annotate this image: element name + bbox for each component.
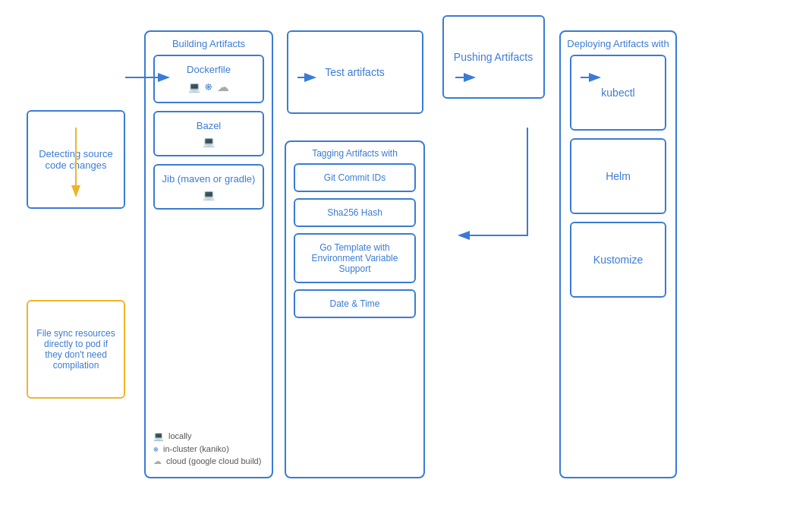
helm-label: Helm bbox=[606, 170, 631, 182]
dockerfile-icons: 💻 ⎈ ☁ bbox=[161, 80, 257, 94]
building-artifacts-container: Building Artifacts Dockerfile 💻 ⎈ ☁ Baze… bbox=[144, 30, 273, 478]
legend-helm-icon: ⎈ bbox=[153, 444, 159, 453]
cloud-icon: ☁ bbox=[217, 80, 229, 94]
detect-label: Detecting source code changes bbox=[36, 148, 116, 171]
legend: 💻 locally ⎈ in-cluster (kaniko) ☁ cloud … bbox=[153, 431, 264, 469]
go-template-box: Go Template with Environment Variable Su… bbox=[294, 233, 416, 283]
building-title: Building Artifacts bbox=[146, 38, 272, 49]
col1-source: Detecting source code changes File sync … bbox=[15, 110, 137, 399]
jib-box: Jib (maven or gradle) 💻 bbox=[153, 164, 264, 210]
legend-laptop-icon: 💻 bbox=[153, 431, 164, 441]
bazel-box: Bazel 💻 bbox=[153, 111, 264, 156]
legend-kaniko: ⎈ in-cluster (kaniko) bbox=[153, 444, 264, 453]
legend-cloud-icon: ☁ bbox=[153, 456, 162, 466]
bazel-icons: 💻 bbox=[161, 136, 257, 147]
sha256-box: Sha256 Hash bbox=[294, 198, 416, 227]
sha256-label: Sha256 Hash bbox=[327, 207, 382, 218]
legend-cloud-label: cloud (google cloud build) bbox=[166, 456, 261, 465]
test-artifacts-label: Test artifacts bbox=[325, 66, 385, 78]
detect-box: Detecting source code changes bbox=[27, 110, 125, 209]
bazel-label: Bazel bbox=[161, 120, 257, 131]
jib-icons: 💻 bbox=[161, 189, 257, 200]
deploying-container: Deploying Artifacts with kubectl Helm Ku… bbox=[559, 30, 677, 478]
kustomize-box: Kustomize bbox=[570, 222, 666, 298]
filesync-label: File sync resources directly to pod if t… bbox=[34, 328, 118, 371]
pushing-artifacts-label: Pushing Artifacts bbox=[454, 51, 533, 63]
dockerfile-box: Dockerfile 💻 ⎈ ☁ bbox=[153, 55, 264, 103]
deploying-title: Deploying Artifacts with bbox=[561, 38, 675, 49]
legend-kaniko-label: in-cluster (kaniko) bbox=[163, 444, 229, 453]
jib-laptop-icon: 💻 bbox=[203, 189, 215, 200]
git-commit-box: Git Commit IDs bbox=[294, 163, 416, 192]
datetime-label: Date & Time bbox=[329, 298, 379, 309]
legend-locally: 💻 locally bbox=[153, 431, 264, 441]
legend-cloud: ☁ cloud (google cloud build) bbox=[153, 456, 264, 466]
datetime-box: Date & Time bbox=[294, 289, 416, 318]
laptop-icon: 💻 bbox=[188, 81, 200, 93]
kustomize-label: Kustomize bbox=[593, 254, 643, 266]
kubectl-label: kubectl bbox=[601, 87, 634, 99]
tagging-title: Tagging Artifacts with bbox=[286, 148, 423, 159]
go-template-label: Go Template with Environment Variable Su… bbox=[312, 242, 398, 274]
git-commit-label: Git Commit IDs bbox=[324, 172, 386, 183]
legend-locally-label: locally bbox=[168, 431, 192, 440]
col4-pushing: Pushing Artifacts bbox=[436, 15, 550, 99]
bazel-laptop-icon: 💻 bbox=[203, 136, 215, 147]
kubectl-box: kubectl bbox=[570, 55, 666, 131]
pushing-artifacts-box: Pushing Artifacts bbox=[442, 15, 545, 99]
jib-label: Jib (maven or gradle) bbox=[161, 173, 257, 185]
helm-icon: ⎈ bbox=[205, 80, 212, 93]
helm-box: Helm bbox=[570, 138, 666, 214]
dockerfile-label: Dockerfile bbox=[161, 64, 257, 75]
main-diagram: Detecting source code changes File sync … bbox=[0, 0, 812, 508]
test-artifacts-box: Test artifacts bbox=[287, 30, 423, 114]
tagging-container: Tagging Artifacts with Git Commit IDs Sh… bbox=[285, 140, 425, 478]
col3-test-tagging: Test artifacts Tagging Artifacts with Gi… bbox=[281, 30, 429, 478]
filesync-box: File sync resources directly to pod if t… bbox=[27, 300, 125, 399]
